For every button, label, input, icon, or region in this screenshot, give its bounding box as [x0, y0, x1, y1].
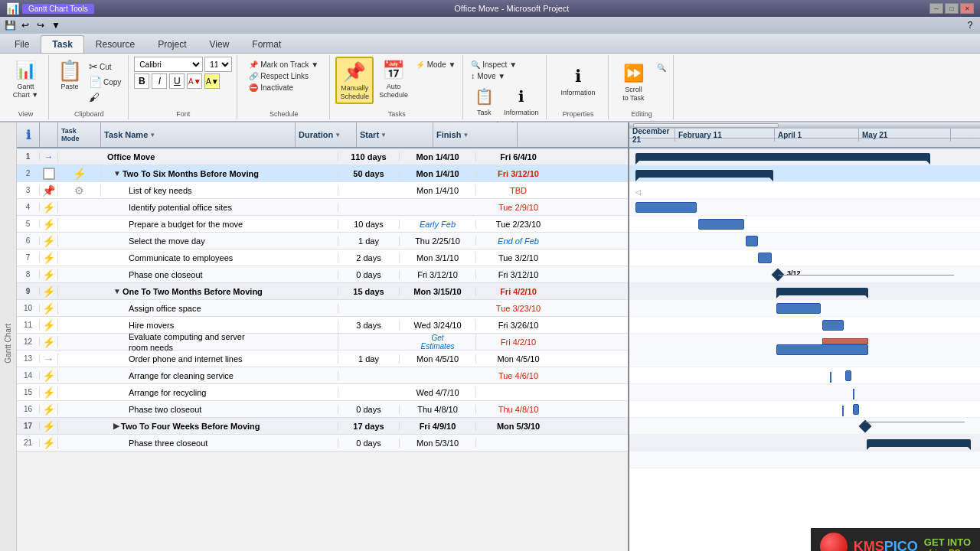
move-btn[interactable]: ↕ Move ▼ [469, 71, 508, 81]
table-row[interactable]: 14 ⚡ Arrange for cleaning service Tue 4/… [17, 367, 628, 384]
font-name-select[interactable]: Calibri [134, 57, 203, 72]
table-row[interactable]: 6 ⚡ Select the move day 1 day Thu 2/25/1… [17, 233, 628, 249]
gantt-row [629, 300, 980, 317]
table-row[interactable]: 13 → Order phone and internet lines 1 da… [17, 350, 628, 367]
underline-btn[interactable]: U [169, 73, 185, 89]
format-painter-btn[interactable]: 🖌 [87, 90, 123, 104]
task-insert-btn[interactable]: 📋 Task [469, 83, 499, 119]
col-header-id: ℹ [17, 122, 40, 147]
tab-task[interactable]: Task [41, 35, 83, 53]
gantt-bar[interactable] [758, 253, 772, 263]
table-row[interactable]: 8 ⚡ Phase one closeout 0 days Fri 3/12/1… [17, 266, 628, 283]
gantt-bar[interactable] [746, 236, 758, 246]
watermark-sub: GET INTO africa PC [924, 536, 971, 552]
gantt-bar[interactable] [776, 303, 821, 314]
gantt-bar-summary[interactable] [635, 153, 930, 161]
gantt-bar[interactable] [776, 344, 868, 355]
minimize-btn[interactable]: ─ [929, 3, 943, 14]
respect-links-btn[interactable]: 🔗 Respect Links [247, 71, 311, 81]
gantt-bar[interactable] [698, 219, 744, 230]
copy-btn[interactable]: 📄 Copy [87, 75, 123, 89]
gantt-row: 3/12 [629, 266, 980, 283]
properties-information-btn[interactable]: ℹ Information [557, 63, 598, 99]
gantt-chart-icon: 📊 [14, 58, 38, 83]
gantt-bar-summary-9[interactable] [776, 288, 868, 295]
gantt-row [629, 384, 980, 401]
col-header-mode-icon [40, 122, 58, 147]
col-header-duration[interactable]: Duration ▼ [296, 122, 357, 147]
tab-resource[interactable]: Resource [84, 35, 146, 53]
font-color-btn[interactable]: A▼ [187, 73, 202, 89]
watermark: KMSPICO GET INTO africa PC [811, 528, 980, 551]
table-row[interactable]: 4 ⚡ Identify potential office sites Tue … [17, 199, 628, 216]
gantt-bar-summary-17[interactable] [867, 439, 971, 447]
ribbon-group-font: Calibri 11 B I U A▼ A▼ Font [129, 55, 237, 119]
scroll-to-task-btn[interactable]: ⏩ Scrollto Task [614, 60, 652, 104]
help-btn[interactable]: ? [963, 18, 977, 32]
gantt-bar[interactable] [635, 202, 697, 213]
gantt-bar-summary-2[interactable] [635, 170, 773, 178]
col-header-finish[interactable]: Finish ▼ [433, 122, 518, 147]
information-icon: ℹ [509, 84, 534, 109]
maximize-btn[interactable]: □ [945, 3, 959, 14]
table-row[interactable]: 16 ⚡ Phase two closeout 0 days Thu 4/8/1… [17, 401, 628, 418]
italic-btn[interactable]: I [152, 73, 167, 89]
col-header-task-name[interactable]: Task Name ▼ [101, 122, 296, 147]
col-header-start[interactable]: Start ▼ [357, 122, 433, 147]
ribbon-content: 📊 GanttChart ▼ View 📋 Paste ✂ Cut 📄 Copy… [0, 54, 980, 122]
gantt-bar[interactable] [822, 320, 844, 331]
table-row[interactable]: 10 ⚡ Assign office space Tue 3/23/10 [17, 300, 628, 317]
gantt-chart-btn[interactable]: 📊 GanttChart ▼ [9, 57, 43, 101]
gantt-bar[interactable] [845, 370, 851, 381]
task-insert-icon: 📋 [472, 84, 496, 109]
font-group-label: Font [176, 109, 190, 118]
cut-btn[interactable]: ✂ Cut [87, 60, 123, 73]
redo-btn[interactable]: ↪ [34, 18, 47, 32]
undo-btn[interactable]: ↩ [18, 18, 32, 32]
table-row[interactable]: 2 ⚡ ▼ Two To Six Months Before Moving 50… [17, 165, 628, 182]
information-btn[interactable]: ℹ Information [501, 83, 541, 119]
table-row[interactable]: 12 ⚡ Evaluate computing and serverroom n… [17, 334, 628, 350]
save-qat-btn[interactable]: 💾 [3, 18, 17, 32]
find-btn[interactable]: 🔍 [655, 63, 668, 73]
manually-schedule-btn[interactable]: 📌 ManuallySchedule [335, 57, 374, 104]
table-row[interactable]: 17 ⚡ ▶ Two To Four Weeks Before Moving 1… [17, 418, 628, 435]
table-row[interactable]: 7 ⚡ Communicate to employees 2 days Mon … [17, 249, 628, 266]
close-btn[interactable]: ✕ [960, 3, 974, 14]
task-mode-btn[interactable]: ⚡ Mode ▼ [413, 60, 458, 70]
table-row[interactable]: 5 ⚡ Prepare a budget for the move 10 day… [17, 216, 628, 233]
gantt-row [629, 334, 980, 367]
gantt-bar[interactable] [853, 404, 859, 415]
gantt-bars-container: ◁ [629, 148, 980, 468]
table-row[interactable]: 21 ⚡ Phase three closeout 0 days Mon 5/3… [17, 435, 628, 452]
table-row[interactable]: 15 ⚡ Arrange for recycling Wed 4/7/10 [17, 384, 628, 401]
highlight-btn[interactable]: A▼ [204, 73, 220, 89]
gantt-row [629, 283, 980, 300]
gantt-row [629, 148, 980, 165]
auto-schedule-btn[interactable]: 📅 AutoSchedule [376, 57, 411, 101]
ribbon-group-editing: ⏩ Scrollto Task 🔍 Editing [609, 55, 674, 119]
inspect-btn[interactable]: 🔍 Inspect ▼ [469, 60, 519, 70]
table-row[interactable]: 9 ⚡ ▼ One To Two Months Before Moving 15… [17, 283, 628, 300]
table-row[interactable]: 3 📌 ⚙ List of key needs Mon 1/4/10 TBD [17, 182, 628, 199]
ribbon-group-view: 📊 GanttChart ▼ View [3, 55, 49, 119]
tab-project[interactable]: Project [146, 35, 198, 53]
tab-view[interactable]: View [198, 35, 241, 53]
gantt-row [629, 233, 980, 249]
tab-file[interactable]: File [3, 35, 41, 53]
customize-qat-btn[interactable]: ▼ [49, 18, 63, 32]
gantt-bar-alt[interactable] [822, 338, 868, 344]
mark-on-track-btn[interactable]: 📌 Mark on Track ▼ [247, 60, 321, 70]
table-row[interactable]: 1 → Office Move 110 days Mon 1/4/10 Fri … [17, 148, 628, 165]
gantt-row [629, 165, 980, 182]
inactivate-btn[interactable]: ⛔ Inactivate [247, 83, 296, 93]
font-size-select[interactable]: 11 [204, 57, 232, 72]
grid-header: ℹ TaskMode Task Name ▼ Duration ▼ Start … [17, 122, 628, 148]
gantt-row [629, 317, 980, 334]
paste-btn[interactable]: 📋 Paste [54, 57, 85, 93]
tab-format[interactable]: Format [240, 35, 292, 53]
main-content: ℹ TaskMode Task Name ▼ Duration ▼ Start … [17, 122, 980, 551]
bold-btn[interactable]: B [134, 73, 149, 89]
copy-icon: 📄 [89, 76, 102, 88]
format-painter-icon: 🖌 [89, 91, 100, 103]
